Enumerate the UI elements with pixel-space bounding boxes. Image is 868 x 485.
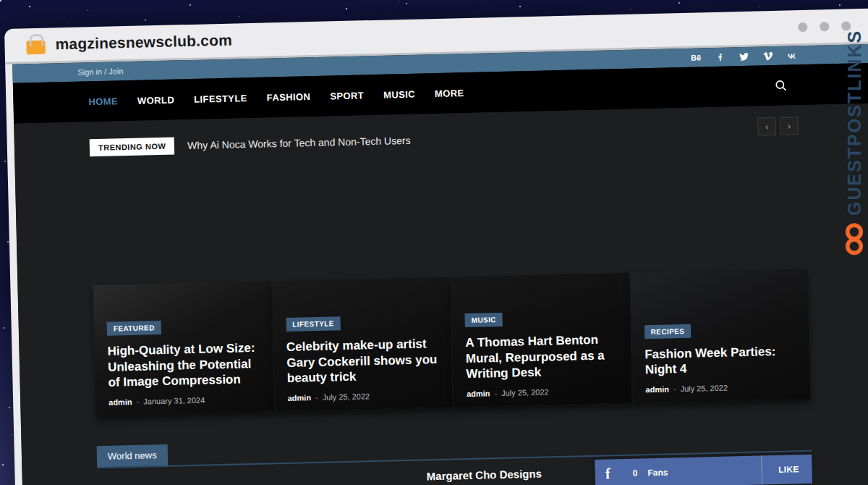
post-meta: admin - July 25, 2022 <box>467 386 618 398</box>
next-arrow-button[interactable]: › <box>780 117 799 135</box>
vk-icon[interactable] <box>786 50 796 60</box>
post-title[interactable]: Celebrity make-up artist Gary Cockerill … <box>286 336 439 387</box>
post-meta: admin - July 25, 2022 <box>287 390 439 402</box>
post-author[interactable]: admin <box>467 389 490 398</box>
trending-bar: TRENDING NOW Why Ai Noca Works for Tech … <box>90 122 804 156</box>
trending-headline[interactable]: Why Ai Noca Works for Tech and Non-Tech … <box>187 135 411 151</box>
url-text[interactable]: magzinesnewsclub.com <box>55 32 232 54</box>
post-author[interactable]: admin <box>109 397 132 407</box>
social-links: Bē <box>691 50 796 62</box>
meta-separator: - <box>673 384 676 393</box>
fans-count: 0 <box>633 468 638 478</box>
meta-separator: - <box>136 397 139 406</box>
post-title[interactable]: High-Quality at Low Size: Unleashing the… <box>107 340 260 391</box>
browser-window: magzinesnewsclub.com Sign in / Join Bē <box>4 7 868 485</box>
featured-post-card[interactable]: LIFESTYLE Celebrity make-up artist Gary … <box>272 277 453 412</box>
nav-item-world[interactable]: WORLD <box>137 94 174 106</box>
nav-item-sport[interactable]: SPORT <box>330 90 364 101</box>
post-title[interactable]: Fashion Week Parties: Night 4 <box>644 343 796 378</box>
post-date: January 31, 2024 <box>143 396 205 406</box>
post-title[interactable]: A Thomas Hart Benton Mural, Repurposed a… <box>465 332 618 382</box>
category-badge[interactable]: LIFESTYLE <box>286 316 341 332</box>
nav-item-home[interactable]: HOME <box>88 96 118 107</box>
category-badge[interactable]: MUSIC <box>464 313 503 327</box>
featured-posts-row: FEATURED High-Quality at Low Size: Unlea… <box>93 269 810 416</box>
featured-post-card[interactable]: MUSIC A Thomas Hart Benton Mural, Repurp… <box>451 273 631 408</box>
meta-separator: - <box>315 393 318 402</box>
nav-item-fashion[interactable]: FASHION <box>267 91 311 103</box>
trending-now-badge: TRENDING NOW <box>90 138 175 157</box>
window-controls <box>798 21 851 32</box>
post-author[interactable]: admin <box>645 384 669 394</box>
behance-icon[interactable]: Bē <box>691 52 701 62</box>
twitter-icon[interactable] <box>739 51 749 62</box>
post-date: July 25, 2022 <box>501 387 549 397</box>
like-button[interactable]: LIKE <box>762 455 812 485</box>
main-content: TRENDING NOW Why Ai Noca Works for Tech … <box>14 102 868 485</box>
category-badge[interactable]: RECIPES <box>644 324 691 340</box>
world-news-tab[interactable]: World news <box>97 444 168 467</box>
fans-label: Fans <box>647 468 668 478</box>
nav-item-more[interactable]: MORE <box>435 88 464 99</box>
prev-arrow-button[interactable]: ‹ <box>757 117 776 136</box>
site-viewport: Sign in / Join Bē HOME WORLD LIFE <box>12 43 868 485</box>
post-meta: admin - July 25, 2022 <box>645 381 797 394</box>
window-button[interactable] <box>820 22 829 31</box>
nav-item-music[interactable]: MUSIC <box>383 88 415 100</box>
signin-link[interactable]: Sign in / Join <box>77 67 123 76</box>
lock-icon <box>26 41 45 55</box>
meta-separator: - <box>494 389 497 397</box>
window-button[interactable] <box>798 22 807 31</box>
vimeo-icon[interactable] <box>762 51 773 61</box>
featured-post-card[interactable]: FEATURED High-Quality at Low Size: Unlea… <box>93 281 273 416</box>
post-author[interactable]: admin <box>287 393 311 402</box>
facebook-f-icon: f <box>605 465 621 484</box>
nav-item-lifestyle[interactable]: LIFESTYLE <box>194 93 247 105</box>
search-icon[interactable] <box>775 79 787 91</box>
featured-post-card[interactable]: RECIPES Fashion Week Parties: Night 4 ad… <box>630 269 811 403</box>
trending-pager: ‹ › <box>757 117 799 135</box>
article-headline[interactable]: Margaret Cho Designs Solitaire <box>426 465 579 485</box>
post-date: July 25, 2022 <box>323 392 370 402</box>
facebook-icon[interactable] <box>715 52 725 62</box>
facebook-fans-widget: f 0 Fans LIKE <box>595 455 812 485</box>
post-meta: admin - January 31, 2024 <box>109 395 260 407</box>
category-badge[interactable]: FEATURED <box>107 321 161 336</box>
post-date: July 25, 2022 <box>680 384 728 394</box>
window-button[interactable] <box>841 21 851 30</box>
